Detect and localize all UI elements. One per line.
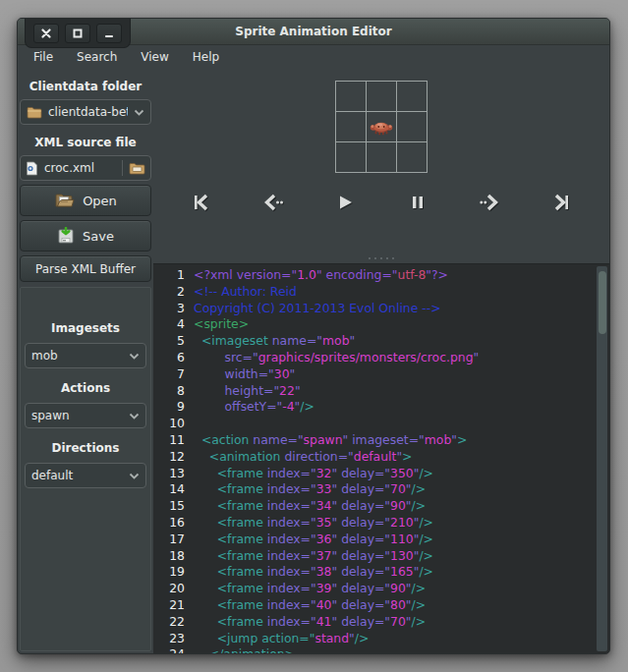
open-folder-icon [54, 193, 75, 208]
code-line: 9 offsetY="-4"/> [153, 399, 594, 416]
line-number: 1 [153, 267, 194, 284]
line-number: 5 [153, 333, 194, 350]
grid-cell [367, 82, 397, 112]
code-text: Copyright (C) 2011-2013 Evol Online --> [194, 301, 441, 317]
close-icon [41, 28, 51, 38]
menu-item-help[interactable]: Help [181, 47, 231, 67]
code-line: 1<?xml version="1.0" encoding="utf-8"?> [153, 267, 594, 284]
close-button[interactable] [33, 24, 59, 43]
desktop-background: Sprite Animation Editor FileSearchViewHe… [0, 0, 628, 672]
code-line: 19 <frame index="38" delay="165"/> [153, 564, 594, 581]
code-buffer[interactable]: 1<?xml version="1.0" encoding="utf-8"?>2… [153, 267, 594, 653]
chevron-down-icon [129, 473, 140, 479]
minimize-icon [104, 28, 114, 38]
xml-file-field[interactable]: croc.xml [20, 155, 151, 181]
code-text: <frame index="34" delay="90"/> [194, 498, 426, 515]
menu-item-file[interactable]: File [22, 47, 65, 67]
actions-select[interactable]: spawn [25, 403, 146, 428]
menu-bar: FileSearchViewHelp [18, 45, 609, 69]
skip-to-end-button[interactable] [544, 191, 578, 214]
line-number: 10 [153, 416, 194, 432]
code-text: <frame index="32" delay="350"/> [194, 466, 433, 482]
sprite-grid [335, 81, 428, 173]
xml-editor[interactable]: 1<?xml version="1.0" encoding="utf-8"?>2… [153, 263, 609, 653]
next-frame-button[interactable] [473, 191, 506, 214]
line-number: 13 [153, 466, 194, 482]
previous-frame-icon [263, 193, 283, 212]
save-button-label: Save [83, 229, 114, 244]
directions-select[interactable]: default [25, 463, 146, 488]
folder-icon [27, 106, 42, 119]
code-text: height="22" [194, 383, 301, 400]
next-frame-icon [480, 193, 499, 212]
code-text: src="graphics/sprites/monsters/croc.png" [194, 350, 479, 366]
line-number: 11 [153, 432, 194, 449]
clientdata-folder-label: Clientdata folder [19, 80, 152, 93]
imagesets-select[interactable]: mob [25, 343, 146, 368]
menu-item-search[interactable]: Search [65, 47, 129, 67]
code-line: 23 <jump action="stand"/> [153, 631, 594, 647]
grid-cell [336, 112, 367, 142]
editor-scrollbar[interactable] [597, 266, 607, 651]
line-number: 8 [153, 383, 194, 400]
maximize-button[interactable] [65, 24, 90, 43]
save-button[interactable]: Save [20, 220, 151, 252]
open-button[interactable]: Open [20, 185, 151, 216]
code-line: 7 width="30" [153, 366, 594, 383]
parse-xml-buffer-button[interactable]: Parse XML Buffer [20, 255, 151, 282]
minimize-button[interactable] [96, 24, 122, 43]
code-text: <frame index="39" delay="90"/> [194, 581, 426, 597]
imagesets-label: Imagesets [21, 321, 150, 335]
code-line: 16 <frame index="35" delay="210"/> [153, 515, 594, 532]
line-number: 18 [153, 548, 194, 565]
code-text: <frame index="41" delay="70"/> [194, 614, 426, 631]
play-button[interactable] [328, 191, 362, 214]
browse-folder-icon[interactable] [129, 162, 145, 175]
grid-cell [397, 82, 428, 112]
field-separator [122, 160, 123, 176]
code-text: <sprite> [194, 316, 249, 333]
previous-frame-button[interactable] [257, 191, 290, 214]
code-line: 8 height="22" [153, 383, 594, 400]
xml-file-icon [26, 161, 38, 176]
code-line: 15 <frame index="34" delay="90"/> [153, 498, 594, 515]
editor-scrollbar-thumb[interactable] [599, 271, 606, 334]
splitter-handle[interactable] [153, 253, 609, 263]
line-number: 2 [153, 284, 194, 301]
line-number: 9 [153, 399, 194, 416]
code-line: 13 <frame index="32" delay="350"/> [153, 466, 594, 482]
code-text: <frame index="36" delay="110"/> [194, 532, 433, 548]
chevron-down-icon [134, 109, 144, 116]
line-number: 16 [153, 515, 194, 532]
code-text: <action name="spawn" imageset="mob"> [194, 432, 467, 449]
pause-button[interactable] [401, 191, 434, 214]
actions-value: spawn [31, 409, 123, 422]
code-text: <frame index="38" delay="165"/> [194, 564, 433, 581]
clientdata-folder-select[interactable]: clientdata-beta [20, 99, 151, 125]
line-number: 17 [153, 532, 194, 548]
grid-cell [336, 142, 367, 173]
line-number: 4 [153, 316, 194, 333]
window-controls [25, 19, 131, 48]
code-line: 4<sprite> [153, 316, 594, 333]
code-line: 24 </animation> [153, 646, 594, 653]
playback-controls [153, 173, 609, 214]
code-text: <frame index="35" delay="210"/> [194, 515, 433, 532]
code-line: 5 <imageset name="mob" [153, 333, 594, 350]
line-number: 6 [153, 350, 194, 366]
code-line: 6 src="graphics/sprites/monsters/croc.pn… [153, 350, 594, 366]
grid-cell [367, 112, 397, 142]
code-line: 21 <frame index="40" delay="80"/> [153, 597, 594, 614]
menu-item-view[interactable]: View [129, 47, 180, 67]
skip-to-start-button[interactable] [185, 191, 218, 214]
code-line: 12 <animation direction="default"> [153, 449, 594, 466]
code-line: 18 <frame index="37" delay="130"/> [153, 548, 594, 565]
code-line: 11 <action name="spawn" imageset="mob"> [153, 432, 594, 449]
code-line: 20 <frame index="39" delay="90"/> [153, 581, 594, 597]
play-icon [335, 193, 355, 212]
code-text: <frame index="33" delay="70"/> [194, 481, 426, 498]
code-line: 14 <frame index="33" delay="70"/> [153, 481, 594, 498]
skip-to-end-icon [551, 193, 571, 212]
line-number: 21 [153, 597, 194, 614]
line-number: 15 [153, 498, 194, 515]
